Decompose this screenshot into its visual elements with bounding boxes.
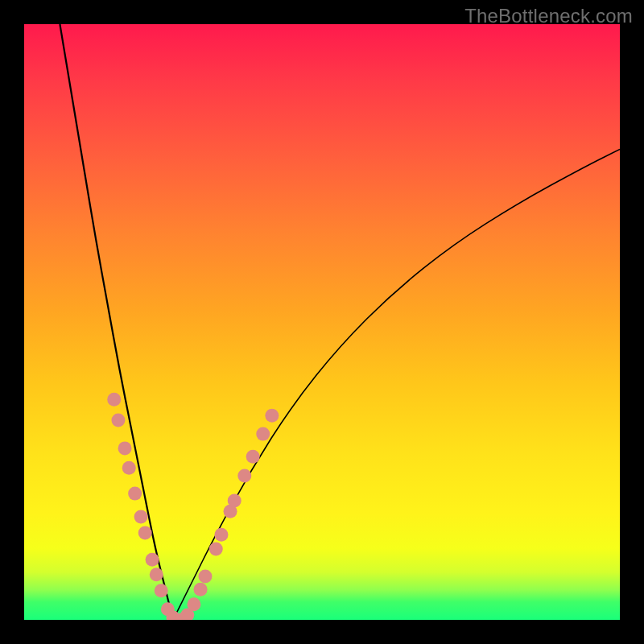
data-point [155,584,168,597]
outer-frame: TheBottleneck.com [0,0,644,644]
data-point [237,469,251,482]
data-point [214,528,228,542]
data-point [150,568,163,581]
data-point [128,487,142,501]
data-point [265,409,279,423]
data-point [134,510,148,523]
data-point [198,569,212,583]
data-point [228,494,242,508]
data-point [111,414,125,427]
data-point [187,597,200,611]
chart-svg [24,24,620,620]
data-point [209,542,223,555]
data-point [246,450,260,464]
data-point [194,583,208,597]
data-point [118,441,132,455]
data-point [138,526,152,539]
curve-right-branch [173,149,620,620]
data-point [122,461,136,475]
data-point [146,553,159,567]
data-point [256,427,270,441]
plot-area [24,24,620,620]
data-point [107,393,121,407]
marker-layer [107,393,279,620]
curve-left-branch [60,24,173,620]
